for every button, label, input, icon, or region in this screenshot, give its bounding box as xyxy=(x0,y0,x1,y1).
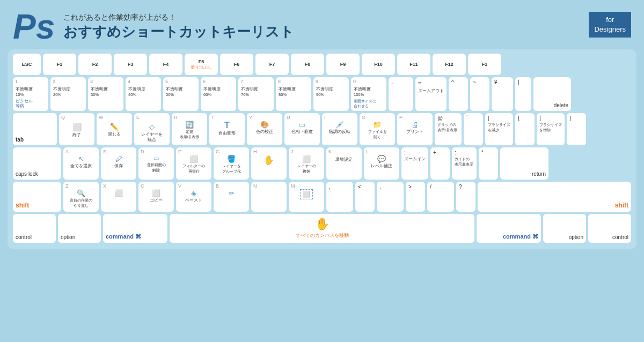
qwerty-row: tab Q ⬜ 終了 W ✏️ 閉じる E ◇ レイヤーを 統合 R xyxy=(13,113,631,145)
key-f11[interactable]: F11 xyxy=(397,54,430,75)
ps-logo: Ps xyxy=(13,10,55,44)
key-minus[interactable]: - xyxy=(389,77,413,111)
key-tilde[interactable]: ~ xyxy=(470,77,489,111)
key-6[interactable]: 6 不透明度 60% xyxy=(201,77,236,111)
key-4[interactable]: 4 不透明度 40% xyxy=(126,77,161,111)
key-3[interactable]: 3 不透明度 30% xyxy=(88,77,123,111)
key-f6[interactable]: F6 xyxy=(220,54,253,75)
key-command-right[interactable]: command ⌘ xyxy=(477,214,541,243)
key-shift-right[interactable]: shift xyxy=(478,182,631,212)
key-b[interactable]: B ✏ xyxy=(214,182,249,212)
key-option-right[interactable]: option xyxy=(543,214,586,243)
key-y[interactable]: Y 🎨 色の校正 xyxy=(247,113,282,145)
key-caret[interactable]: ^ xyxy=(449,77,468,111)
key-at[interactable]: @ グリッドの 表示/非表示 xyxy=(435,113,462,145)
key-lt[interactable]: < xyxy=(355,182,375,212)
key-f[interactable]: F ⬜ フィルターの 再実行 xyxy=(176,147,211,180)
keyboard: ESC F1 F2 F3 F4 F5 塗りつぶし F6 F7 F8 F9 F10… xyxy=(8,49,636,249)
key-a[interactable]: A ↖ 全てを選択 xyxy=(63,147,99,180)
key-n[interactable]: N xyxy=(251,182,287,212)
key-f12[interactable]: F12 xyxy=(433,54,466,75)
key-c[interactable]: C ⬜ コピー xyxy=(138,182,174,212)
key-f7[interactable]: F7 xyxy=(255,54,289,75)
key-v[interactable]: V ◈ ペースト xyxy=(176,182,211,212)
key-g[interactable]: G 🪣 レイヤーを グループ化 xyxy=(214,147,249,180)
key-slash[interactable]: / xyxy=(427,182,454,212)
key-f9[interactable]: F9 xyxy=(326,54,360,75)
key-comma[interactable]: , xyxy=(326,182,353,212)
key-i[interactable]: I 💉 階調の反転 xyxy=(322,113,357,145)
key-d[interactable]: D ▭ 選択範囲の 解除 xyxy=(138,147,174,180)
key-esc[interactable]: ESC xyxy=(13,54,41,75)
for-designers-badge: for Designers xyxy=(589,12,631,38)
key-m[interactable]: M ⬜ xyxy=(289,182,324,212)
key-control-right[interactable]: control xyxy=(588,214,631,243)
key-9[interactable]: 9 不透明度 90% xyxy=(313,77,349,111)
key-colon[interactable]: : ガイドの 表示非表示 xyxy=(452,147,477,180)
key-control-left[interactable]: control xyxy=(13,214,56,243)
header: Ps これがあると作業効率が上がる！ おすすめショートカットキーリスト for … xyxy=(0,0,644,49)
key-o[interactable]: O 📁 ファイルを 開く xyxy=(360,113,395,145)
key-period[interactable]: . xyxy=(377,182,404,212)
key-f4[interactable]: F4 xyxy=(149,54,182,75)
asdf-row: caps lock A ↖ 全てを選択 S 🖊 保存 D ▭ 選択範囲の 解除 xyxy=(13,147,631,180)
key-2[interactable]: 2 不透明度 20% xyxy=(50,77,86,111)
number-row: 1 不透明度 10% ピクセル 等倍 2 不透明度 20% 3 不透明度 30%… xyxy=(13,77,631,111)
key-yen[interactable]: ¥ xyxy=(492,77,513,111)
key-f8[interactable]: F8 xyxy=(291,54,324,75)
key-option-left[interactable]: option xyxy=(58,214,101,243)
key-p[interactable]: P 🖨 プリント xyxy=(397,113,433,145)
key-brace-close[interactable]: } xyxy=(567,113,586,145)
key-0[interactable]: 0 不透明度 100% 画面サイズに 合わせる xyxy=(351,77,386,111)
key-equals[interactable]: = ズームアウト xyxy=(415,77,447,111)
key-7[interactable]: 7 不透明度 70% xyxy=(238,77,274,111)
key-f1b[interactable]: F1 xyxy=(468,54,501,75)
key-t[interactable]: T T 自由変形 xyxy=(209,113,245,145)
key-bracket-open[interactable]: [ ブラシサイズ を減少 xyxy=(485,113,513,145)
key-brace-open[interactable]: ] ブラシサイズ を増加 xyxy=(537,113,565,145)
key-delete[interactable]: delete xyxy=(533,77,571,111)
key-5[interactable]: 5 不透明度 50% xyxy=(163,77,199,111)
key-shift-left[interactable]: shift xyxy=(13,182,61,212)
key-x[interactable]: X ⬜ xyxy=(101,182,136,212)
key-q[interactable]: Q ⬜ 終了 xyxy=(59,113,94,145)
key-plus[interactable]: + xyxy=(430,147,450,180)
key-pipe[interactable]: | xyxy=(515,77,531,111)
key-j[interactable]: J ⬜ レイヤーの 複製 xyxy=(289,147,324,180)
key-tab[interactable]: tab xyxy=(13,113,57,145)
key-w[interactable]: W ✏️ 閉じる xyxy=(97,113,132,145)
key-8[interactable]: 8 不透明度 80% xyxy=(276,77,311,111)
key-gt[interactable]: > xyxy=(406,182,425,212)
key-e[interactable]: E ◇ レイヤーを 統合 xyxy=(134,113,170,145)
key-r[interactable]: R 🔄 定規 表示/非表示 xyxy=(172,113,207,145)
key-f5[interactable]: F5 塗りつぶし xyxy=(185,54,218,75)
key-u[interactable]: U ▭ 色相・彩度 xyxy=(284,113,320,145)
key-return[interactable]: return xyxy=(500,147,548,180)
bottom-row: control option command ⌘ ✋ すべてのカンバスを移動 c… xyxy=(13,214,631,243)
key-command-left[interactable]: command ⌘ xyxy=(103,214,167,243)
header-subtitle: これがあると作業効率が上がる！ xyxy=(63,13,580,23)
key-question[interactable]: ? xyxy=(456,182,475,212)
key-space[interactable]: ✋ すべてのカンバスを移動 xyxy=(170,214,474,243)
key-f1[interactable]: F1 xyxy=(43,54,76,75)
key-backtick[interactable]: ` xyxy=(464,113,483,145)
key-l[interactable]: L 💬 レベル補正 xyxy=(364,147,399,180)
header-title: おすすめショートカットキーリスト xyxy=(63,23,580,41)
key-f2[interactable]: F2 xyxy=(78,54,112,75)
key-f10[interactable]: F10 xyxy=(362,54,395,75)
fn-row: ESC F1 F2 F3 F4 F5 塗りつぶし F6 F7 F8 F9 F10… xyxy=(13,54,631,75)
zxcv-row: shift Z 🔍 直前の作業の やり直し X ⬜ C ⬜ コピー V xyxy=(13,182,631,212)
key-h[interactable]: H ✋ xyxy=(251,147,287,180)
key-1[interactable]: 1 不透明度 10% ピクセル 等倍 xyxy=(13,77,48,111)
key-s[interactable]: S 🖊 保存 xyxy=(101,147,136,180)
key-bracket-close[interactable]: { xyxy=(515,113,535,145)
key-k[interactable]: K 環境設定 xyxy=(326,147,362,180)
key-z[interactable]: Z 🔍 直前の作業の やり直し xyxy=(63,182,99,212)
key-asterisk[interactable]: * xyxy=(479,147,498,180)
header-text: これがあると作業効率が上がる！ おすすめショートカットキーリスト xyxy=(63,13,580,41)
key-f3[interactable]: F3 xyxy=(114,54,147,75)
key-semicolon[interactable]: ; ズームイン xyxy=(401,147,428,180)
key-capslock[interactable]: caps lock xyxy=(13,147,61,180)
